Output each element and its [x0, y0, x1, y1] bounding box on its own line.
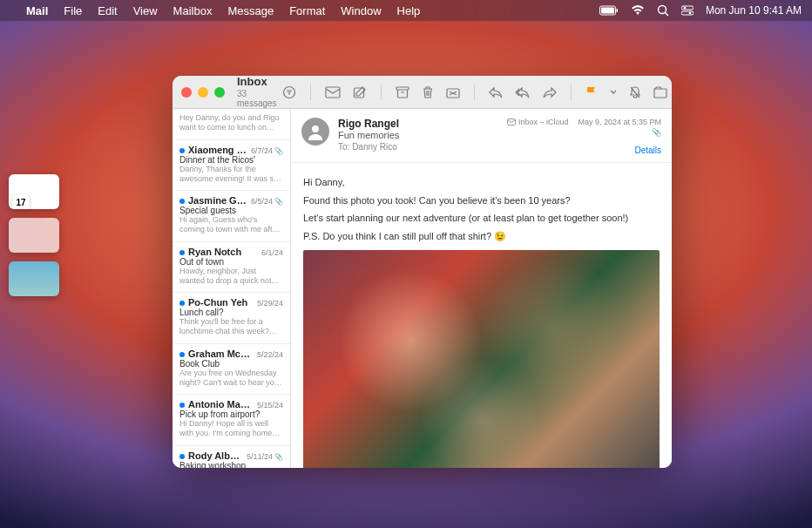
menu-window[interactable]: Window: [341, 4, 381, 17]
mailbox-title: Inbox: [237, 76, 277, 88]
message-body: Hi Danny, Found this photo you took! Can…: [291, 163, 672, 468]
menu-edit[interactable]: Edit: [98, 4, 117, 17]
menu-help[interactable]: Help: [397, 4, 421, 17]
menu-view[interactable]: View: [133, 4, 158, 17]
archive-icon[interactable]: [396, 86, 409, 98]
menu-file[interactable]: File: [64, 4, 82, 17]
attachment-icon: 📎: [507, 128, 661, 137]
svg-rect-12: [396, 87, 409, 90]
flag-icon[interactable]: [585, 85, 598, 99]
avatar: [301, 118, 329, 146]
stage-manager-strip: 17: [9, 174, 59, 296]
spotlight-icon[interactable]: [657, 4, 669, 17]
message-list-item[interactable]: Rody Albuerne5/11/24📎 Baking workshop He…: [173, 446, 290, 469]
stage-tile-calendar[interactable]: 17: [9, 174, 59, 209]
mail-titlebar: Inbox 33 messages: [173, 76, 672, 109]
filter-icon[interactable]: [282, 85, 296, 99]
svg-rect-1: [601, 8, 614, 14]
calendar-icon: 17: [12, 194, 30, 209]
move-icon[interactable]: [653, 86, 669, 98]
message-list-item[interactable]: Hey Danny, do you and Rigo want to come …: [173, 109, 290, 140]
message-list-item[interactable]: Xiaomeng Zhong6/7/24📎 Dinner at the Rico…: [173, 140, 290, 192]
svg-point-6: [684, 7, 687, 10]
reply-icon[interactable]: [489, 86, 503, 98]
svg-point-17: [312, 125, 319, 132]
message-header: Rigo Rangel Fun memories To: Danny Rico …: [291, 109, 672, 163]
svg-rect-2: [616, 9, 618, 12]
details-link[interactable]: Details: [507, 146, 661, 155]
compose-icon[interactable]: [353, 85, 367, 99]
message-list-item[interactable]: Graham McBride5/22/24 Book Club Are you …: [173, 344, 290, 396]
message-list-item[interactable]: Antonio Manriquez5/15/24 Pick up from ai…: [173, 395, 290, 446]
svg-rect-14: [654, 89, 667, 98]
message-list-item[interactable]: Jasmine Garcia6/5/24📎 Special guests Hi …: [173, 191, 290, 242]
wifi-icon[interactable]: [631, 5, 645, 16]
forward-icon[interactable]: [543, 86, 557, 98]
message-list-item[interactable]: Ryan Notch6/1/24 Out of town Howdy, neig…: [173, 242, 290, 294]
stage-tile-preview[interactable]: [9, 261, 59, 296]
svg-line-4: [665, 13, 668, 17]
menu-message[interactable]: Message: [227, 4, 274, 17]
mail-window: Inbox 33 messages Hey Danny: [173, 76, 672, 468]
window-minimize-button[interactable]: [198, 87, 208, 98]
menubar: Mail File Edit View Mailbox Message Form…: [0, 0, 812, 21]
message-list[interactable]: Hey Danny, do you and Rigo want to come …: [173, 109, 291, 468]
message-attachment-image[interactable]: [303, 250, 660, 468]
message-subject: Fun memories: [338, 130, 498, 140]
message-from: Rigo Rangel: [338, 118, 498, 130]
menu-mailbox[interactable]: Mailbox: [173, 4, 213, 17]
message-to: To: Danny Rico: [338, 142, 498, 152]
svg-point-3: [658, 6, 666, 14]
message-mailbox-label: Inbox – iCloud May 9, 2024 at 5:35 PM: [507, 118, 661, 126]
junk-icon[interactable]: [446, 86, 460, 98]
battery-icon[interactable]: [599, 5, 619, 16]
svg-point-8: [689, 12, 692, 15]
menu-app[interactable]: Mail: [26, 4, 48, 17]
menubar-clock[interactable]: Mon Jun 10 9:41 AM: [706, 4, 802, 17]
svg-rect-10: [326, 87, 340, 98]
trash-icon[interactable]: [422, 85, 434, 99]
reply-all-icon[interactable]: [515, 86, 531, 98]
menu-format[interactable]: Format: [289, 4, 325, 17]
window-close-button[interactable]: [181, 87, 192, 98]
svg-rect-5: [681, 6, 694, 10]
message-list-item[interactable]: Po-Chun Yeh5/29/24 Lunch call? Think you…: [173, 293, 290, 344]
flag-chevron-icon[interactable]: [610, 90, 617, 95]
svg-rect-7: [681, 11, 694, 15]
message-viewer: Rigo Rangel Fun memories To: Danny Rico …: [291, 109, 672, 468]
stage-tile-notes[interactable]: [9, 218, 59, 253]
mute-icon[interactable]: [629, 85, 641, 99]
window-zoom-button[interactable]: [214, 87, 225, 98]
control-center-icon[interactable]: [681, 5, 694, 16]
mailbox-message-count: 33 messages: [237, 89, 277, 108]
new-message-icon[interactable]: [325, 86, 341, 98]
